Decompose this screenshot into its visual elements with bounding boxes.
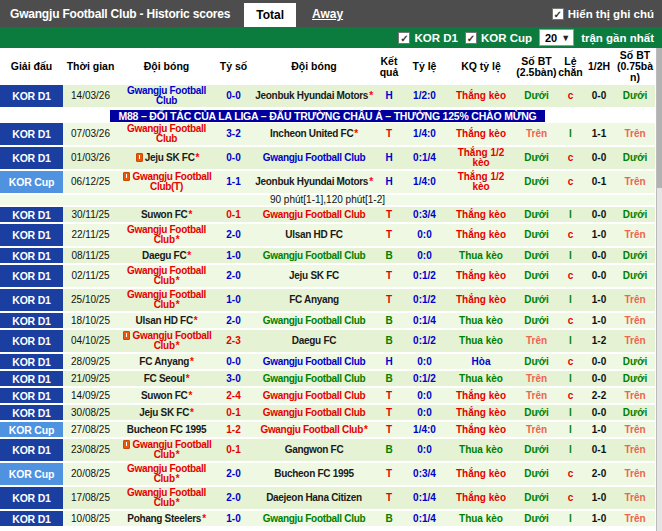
team-name[interactable]: Daejeon Hana Citizen — [266, 492, 362, 503]
team-name[interactable]: Gwangju Football Club — [263, 390, 366, 401]
date-cell: 04/10/25 — [63, 330, 118, 354]
handicap-result-cell: Thắng kèo — [447, 207, 515, 224]
half-time-cell: 1-0 — [583, 511, 615, 528]
team-name[interactable]: Daegu FC* — [142, 250, 191, 261]
team-name[interactable]: Suwon FC* — [141, 209, 192, 220]
ad-row: M88 – ĐỐI TÁC CỦA LA LIGA – ĐẤU TRƯỜNG C… — [0, 109, 655, 123]
odd-even-cell: l — [558, 422, 583, 439]
half-time-cell: 0-0 — [583, 207, 615, 224]
date-cell: 27/08/25 — [63, 422, 118, 439]
team-name[interactable]: Gwangju Football Club* — [127, 463, 206, 484]
match-count-select[interactable]: 20 ▼ — [539, 29, 574, 46]
star-icon: * — [354, 128, 358, 139]
team-name[interactable]: Gwangju Football Club* — [121, 330, 211, 351]
team-name[interactable]: Gwangju Football Club — [263, 373, 366, 384]
team-name[interactable]: Ulsan HD FC — [285, 229, 342, 240]
handicap-result-cell: Thua kèo — [447, 439, 515, 463]
date-cell: 14/09/25 — [63, 388, 118, 405]
scrollbar[interactable] — [656, 48, 662, 531]
total-2-5-cell: Dưới — [515, 147, 558, 171]
team-name[interactable]: Gwangju Football Club* — [127, 224, 206, 245]
league-cell: KOR D1 — [0, 224, 63, 248]
handicap-cell: 1/4:0 — [402, 123, 447, 147]
header-half-time: 1/2H — [583, 48, 615, 85]
team-name[interactable]: Gwangju Football Club* — [127, 265, 206, 286]
away-team-cell: Gwangju Football Club — [252, 248, 376, 265]
star-icon: * — [369, 176, 373, 187]
table-row: KOR D130/08/25Jeju SK FC*0-1Gwangju Foot… — [0, 405, 655, 422]
team-name[interactable]: Gangwon FC — [285, 444, 344, 455]
checkbox-checked-icon[interactable]: ✓ — [465, 32, 477, 44]
team-name[interactable]: Gwangju Football Club — [263, 513, 366, 524]
handicap-result-cell: Thắng kèo — [447, 224, 515, 248]
team-name[interactable]: Bucheon FC 1995 — [127, 424, 206, 435]
team-name[interactable]: Gwangju Football Club — [263, 152, 366, 163]
league-cell: KOR D1 — [0, 354, 63, 371]
handicap-result-cell: Thắng kèo — [447, 487, 515, 511]
team-name[interactable]: Gwangju Football Club — [263, 407, 366, 418]
team-name[interactable]: Incheon United FC* — [270, 128, 358, 139]
filter-kor-cup[interactable]: ✓ KOR Cup — [465, 32, 532, 44]
result-cell: H — [376, 354, 402, 371]
header-score: Tỷ số — [215, 48, 252, 85]
result-cell: T — [376, 265, 402, 289]
team-name[interactable]: Ulsan HD FC* — [136, 315, 198, 326]
team-name[interactable]: FC Anyang — [289, 294, 339, 305]
team-name[interactable]: Gwangju Football Club — [263, 356, 366, 367]
team-name[interactable]: Jeonbuk Hyundai Motors* — [255, 90, 372, 101]
team-name[interactable]: FC Seoul* — [144, 373, 190, 384]
team-name[interactable]: Gwangju Football Club — [263, 209, 366, 220]
half-time-cell: 1-0 — [583, 313, 615, 330]
date-cell: 23/08/25 — [63, 439, 118, 463]
title-bar: Gwangju Football Club - Historic scores … — [0, 0, 662, 27]
handicap-cell: 0:1/4 — [402, 511, 447, 528]
table-row: KOR Cup27/08/25Bucheon FC 19951-2Gwangju… — [0, 422, 655, 439]
handicap-cell: 0:0 — [402, 354, 447, 371]
total-2-5-cell: Dưới — [515, 439, 558, 463]
team-name[interactable]: Jeonbuk Hyundai Motors* — [255, 176, 372, 187]
checkbox-checked-icon[interactable]: ✓ — [552, 8, 564, 20]
home-team-cell: FC Anyang* — [118, 354, 215, 371]
odd-even-cell: l — [558, 371, 583, 388]
total-2-5-cell: Dưới — [515, 487, 558, 511]
handicap-result-cell: Thắng kèo — [447, 265, 515, 289]
star-icon: * — [176, 299, 180, 310]
team-name[interactable]: Gwangju Football Club(T) — [121, 171, 211, 192]
team-name[interactable]: Gwangju Football Club* — [260, 424, 367, 435]
team-name[interactable]: Jeju SK FC* — [134, 152, 199, 163]
away-team-cell: Jeju SK FC — [252, 265, 376, 289]
team-name[interactable]: Gwangju Football Club* — [127, 289, 206, 310]
league-cell: KOR D1 — [0, 511, 63, 528]
date-cell: 18/10/25 — [63, 313, 118, 330]
home-team-cell: Gwangju Football Club — [118, 123, 215, 147]
table-row: KOR D108/11/25Daegu FC*1-0Gwangju Footba… — [0, 248, 655, 265]
result-cell: B — [376, 313, 402, 330]
table-row: KOR D130/11/25Suwon FC*0-1Gwangju Footba… — [0, 207, 655, 224]
team-name[interactable]: Gwangju Football Club — [127, 85, 206, 106]
team-name[interactable]: Pohang Steelers* — [127, 513, 205, 524]
tab-total[interactable]: Total — [244, 3, 296, 27]
team-name[interactable]: Gwangju Football Club* — [121, 439, 211, 460]
team-name[interactable]: Gwangju Football Club — [263, 315, 366, 326]
team-name[interactable]: Gwangju Football Club — [263, 250, 366, 261]
team-name[interactable]: Daegu FC — [292, 335, 336, 346]
home-team-cell: Pohang Steelers* — [118, 511, 215, 528]
team-name[interactable]: FC Anyang* — [139, 356, 193, 367]
half-time-cell: 1-0 — [583, 422, 615, 439]
show-notes-toggle[interactable]: ✓ Hiển thị ghi chú — [552, 8, 662, 20]
filter-kor-d1[interactable]: ✓ KOR D1 — [398, 32, 457, 44]
team-name[interactable]: Gwangju Football Club — [127, 123, 206, 144]
away-team-cell: Gangwon FC — [252, 439, 376, 463]
home-team-cell: Gwangju Football Club* — [118, 289, 215, 313]
team-name[interactable]: Jeju SK FC* — [139, 407, 193, 418]
team-name[interactable]: Jeju SK FC — [289, 270, 339, 281]
tab-away[interactable]: Away — [312, 7, 343, 21]
team-name[interactable]: Gwangju Football Club* — [127, 487, 206, 508]
checkbox-checked-icon[interactable]: ✓ — [398, 32, 410, 44]
ad-banner[interactable]: M88 – ĐỐI TÁC CỦA LA LIGA – ĐẤU TRƯỜNG C… — [110, 110, 544, 122]
team-name[interactable]: Bucheon FC 1995 — [274, 468, 353, 479]
total-0-75-cell: Dưới — [615, 265, 655, 289]
away-team-cell: Jeonbuk Hyundai Motors* — [252, 171, 376, 195]
scrollbar-thumb[interactable] — [657, 48, 662, 188]
team-name[interactable]: Suwon FC* — [141, 390, 192, 401]
